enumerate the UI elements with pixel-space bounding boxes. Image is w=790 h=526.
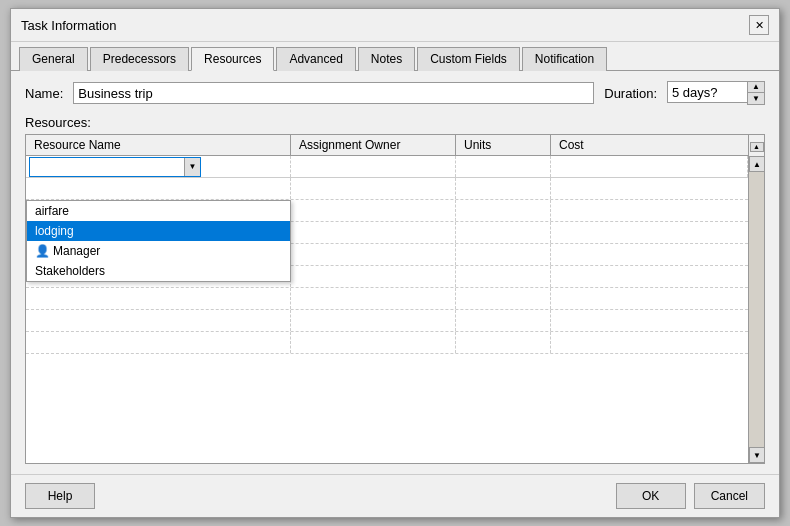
cell-cost (551, 222, 748, 243)
vertical-scrollbar: ▲ ▼ (748, 156, 764, 463)
edit-cell-name[interactable]: ▼ (26, 156, 291, 177)
table-rows: ▼ airfare lodging 👤Manager (26, 156, 748, 463)
table-row[interactable] (26, 310, 748, 332)
cell-cost (551, 332, 748, 353)
duration-spinner: ▲ ▼ (747, 81, 765, 105)
table-header: Resource Name Assignment Owner Units Cos… (26, 135, 764, 156)
duration-down-button[interactable]: ▼ (748, 93, 764, 104)
tab-resources[interactable]: Resources (191, 47, 274, 71)
tab-predecessors[interactable]: Predecessors (90, 47, 189, 71)
duration-label: Duration: (604, 86, 657, 101)
cell-cost (551, 288, 748, 309)
cell-units (456, 332, 551, 353)
cell-cost (551, 310, 748, 331)
duration-input[interactable] (667, 81, 747, 103)
cell-owner (291, 178, 456, 199)
dropdown-arrow-icon[interactable]: ▼ (184, 158, 200, 176)
cell-owner (291, 222, 456, 243)
resource-dropdown-list: airfare lodging 👤Manager Stakeholders (26, 200, 291, 282)
col-units: Units (456, 135, 551, 155)
col-assignment-owner: Assignment Owner (291, 135, 456, 155)
cell-owner (291, 266, 456, 287)
cell-cost (551, 244, 748, 265)
content-area: Name: Duration: ▲ ▼ Resources: Resource … (11, 71, 779, 474)
edit-cell-owner (291, 156, 456, 177)
cell-units (456, 288, 551, 309)
name-duration-row: Name: Duration: ▲ ▼ (25, 81, 765, 105)
scroll-up-corner[interactable]: ▲ (750, 142, 764, 152)
dropdown-item-airfare[interactable]: airfare (27, 201, 290, 221)
tab-bar: General Predecessors Resources Advanced … (11, 42, 779, 71)
cell-owner (291, 332, 456, 353)
resources-table: Resource Name Assignment Owner Units Cos… (25, 134, 765, 464)
person-icon: 👤 (35, 244, 49, 258)
cell-units (456, 266, 551, 287)
dialog-title: Task Information (21, 18, 116, 33)
title-bar: Task Information ✕ (11, 9, 779, 42)
cell-cost (551, 178, 748, 199)
task-information-dialog: Task Information ✕ General Predecessors … (10, 8, 780, 518)
cell-units (456, 222, 551, 243)
cell-units (456, 178, 551, 199)
cell-name (26, 288, 291, 309)
cell-name (26, 178, 291, 199)
scroll-track[interactable] (749, 172, 764, 447)
cell-owner (291, 310, 456, 331)
duration-up-button[interactable]: ▲ (748, 82, 764, 93)
bottom-bar: Help OK Cancel (11, 474, 779, 517)
table-edit-row[interactable]: ▼ airfare lodging 👤Manager (26, 156, 748, 178)
table-body: ▼ airfare lodging 👤Manager (26, 156, 764, 463)
cell-units (456, 310, 551, 331)
table-row[interactable] (26, 332, 748, 354)
cell-name (26, 332, 291, 353)
col-resource-name: Resource Name (26, 135, 291, 155)
dropdown-item-stakeholders[interactable]: Stakeholders (27, 261, 290, 281)
cell-owner (291, 288, 456, 309)
scroll-down-button[interactable]: ▼ (749, 447, 764, 463)
cancel-button[interactable]: Cancel (694, 483, 765, 509)
cell-cost (551, 266, 748, 287)
cell-owner (291, 200, 456, 221)
tab-general[interactable]: General (19, 47, 88, 71)
cell-owner (291, 244, 456, 265)
name-label: Name: (25, 86, 63, 101)
dropdown-item-lodging[interactable]: lodging (27, 221, 290, 241)
name-input[interactable] (73, 82, 594, 104)
resources-label: Resources: (25, 115, 765, 130)
right-buttons: OK Cancel (616, 483, 765, 509)
tab-notes[interactable]: Notes (358, 47, 415, 71)
cell-units (456, 200, 551, 221)
table-row[interactable] (26, 178, 748, 200)
cell-units (456, 244, 551, 265)
ok-button[interactable]: OK (616, 483, 686, 509)
resource-name-dropdown[interactable]: ▼ (29, 157, 201, 177)
edit-cell-cost (551, 156, 748, 177)
cell-cost (551, 200, 748, 221)
tab-notification[interactable]: Notification (522, 47, 607, 71)
col-cost: Cost (551, 135, 764, 155)
tab-custom-fields[interactable]: Custom Fields (417, 47, 520, 71)
resource-name-input[interactable] (30, 160, 184, 174)
duration-wrapper: ▲ ▼ (667, 81, 765, 105)
table-row[interactable] (26, 288, 748, 310)
scroll-up-button[interactable]: ▲ (749, 156, 764, 172)
dropdown-item-manager[interactable]: 👤Manager (27, 241, 290, 261)
tab-advanced[interactable]: Advanced (276, 47, 355, 71)
cell-name (26, 310, 291, 331)
edit-cell-units (456, 156, 551, 177)
help-button[interactable]: Help (25, 483, 95, 509)
close-button[interactable]: ✕ (749, 15, 769, 35)
